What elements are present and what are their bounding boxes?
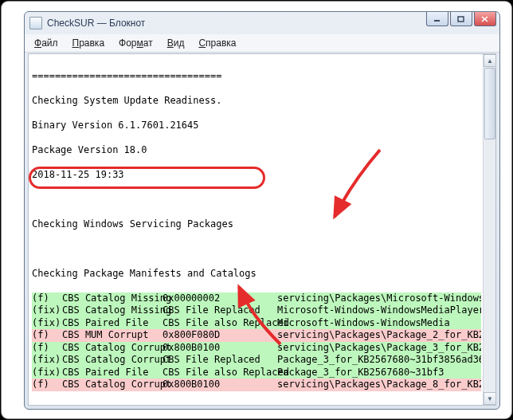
log-cell: 0x800B0100 <box>163 379 277 391</box>
log-cell: CBS File also Replaced <box>163 317 277 330</box>
log-cell: CBS Catalog Corrupt <box>62 354 163 367</box>
scroll-thumb[interactable] <box>484 68 495 139</box>
log-cell: (f) <box>32 329 62 342</box>
menu-format[interactable]: Формат <box>112 36 159 50</box>
log-cell: CBS File Replaced <box>163 354 277 367</box>
log-cell: CBS Paired File <box>62 317 163 330</box>
log-cell: 0x800B0100 <box>163 342 277 355</box>
text-area[interactable]: ================================= Checki… <box>28 53 496 406</box>
log-cell: 0x800F080D <box>163 329 277 342</box>
close-button[interactable] <box>474 12 496 26</box>
log-row: (f)CBS Catalog Corrupt0x800B0100servicin… <box>32 342 481 355</box>
log-cell: (f) <box>32 342 62 355</box>
log-cell: (f) <box>32 379 62 391</box>
maximize-button[interactable] <box>450 12 472 26</box>
log-cell: servicing\Packages\Package_2_for_KB27576 <box>277 329 481 342</box>
log-cell: servicing\Packages\Package_3_for_KB25676 <box>277 342 481 355</box>
log-line: Binary Version 6.1.7601.21645 <box>32 120 481 132</box>
log-section: Checking Package Manifests and Catalogs <box>32 268 481 281</box>
log-cell: (fix) <box>32 354 62 367</box>
log-cell: Package_3_for_KB2567680~31bf3 <box>277 367 481 379</box>
log-cell: Microsoft-Windows-WindowsMedia <box>277 317 481 330</box>
scroll-down-button[interactable]: ▼ <box>484 392 496 405</box>
log-section: Checking Windows Servicing Packages <box>32 218 481 231</box>
minimize-button[interactable] <box>426 12 448 26</box>
notepad-window: CheckSUR — Блокнот Файл Правка Формат Ви… <box>24 11 500 410</box>
log-row: (fix)CBS Catalog MissingCBS File Replace… <box>32 304 481 317</box>
log-cell: (fix) <box>32 317 62 330</box>
log-cell: CBS MUM Corrupt <box>62 329 163 342</box>
log-cell: Microsoft-Windows-WindowsMediaPlayer-Tr <box>277 304 481 317</box>
log-cell: CBS Catalog Corrupt <box>62 342 163 355</box>
log-cell: CBS Catalog Missing <box>62 292 163 305</box>
log-cell: 0x00000002 <box>163 292 277 305</box>
log-line: Package Version 18.0 <box>32 144 481 157</box>
svg-rect-1 <box>458 17 464 22</box>
menu-view[interactable]: Вид <box>161 36 191 50</box>
notepad-icon <box>29 17 42 29</box>
menu-file[interactable]: Файл <box>28 36 65 50</box>
log-row: (fix)CBS Catalog CorruptCBS File Replace… <box>32 354 481 367</box>
log-line: ================================= <box>32 70 481 83</box>
log-row: (f)CBS MUM Corrupt0x800F080Dservicing\Pa… <box>32 329 481 342</box>
log-cell: (f) <box>32 292 62 305</box>
log-cell: (fix) <box>32 304 62 317</box>
vertical-scrollbar[interactable]: ▲ ▼ <box>483 54 495 405</box>
log-cell: (fix) <box>32 367 62 379</box>
log-row: (fix)CBS Paired FileCBS File also Replac… <box>32 367 481 379</box>
log-line: Checking System Update Readiness. <box>32 95 481 108</box>
window-title: CheckSUR — Блокнот <box>47 18 145 29</box>
titlebar[interactable]: CheckSUR — Блокнот <box>25 12 499 34</box>
menu-help[interactable]: Справка <box>192 36 242 50</box>
log-cell: Package_3_for_KB2567680~31bf3856ad364e <box>277 354 481 367</box>
log-cell: servicing\Packages\Microsoft-Windows-Win… <box>277 292 481 305</box>
log-cell: CBS Catalog Missing <box>62 304 163 317</box>
menubar: Файл Правка Формат Вид Справка <box>25 34 499 53</box>
log-row: (f)CBS Catalog Missing0x00000002servicin… <box>32 292 481 305</box>
log-cell: CBS File also Replaced <box>163 367 277 379</box>
log-cell: CBS Paired File <box>62 367 163 379</box>
log-cell: CBS Catalog Corrupt <box>62 379 163 391</box>
log-cell: servicing\Packages\Package_8_for_KB26858 <box>277 379 481 391</box>
menu-edit[interactable]: Правка <box>66 36 112 50</box>
scroll-up-button[interactable]: ▲ <box>484 54 496 67</box>
log-cell: CBS File Replaced <box>163 304 277 317</box>
log-row: (fix)CBS Paired FileCBS File also Replac… <box>32 317 481 330</box>
log-line: 2018-11-25 19:33 <box>32 169 481 182</box>
log-row: (f)CBS Catalog Corrupt0x800B0100servicin… <box>32 379 481 391</box>
